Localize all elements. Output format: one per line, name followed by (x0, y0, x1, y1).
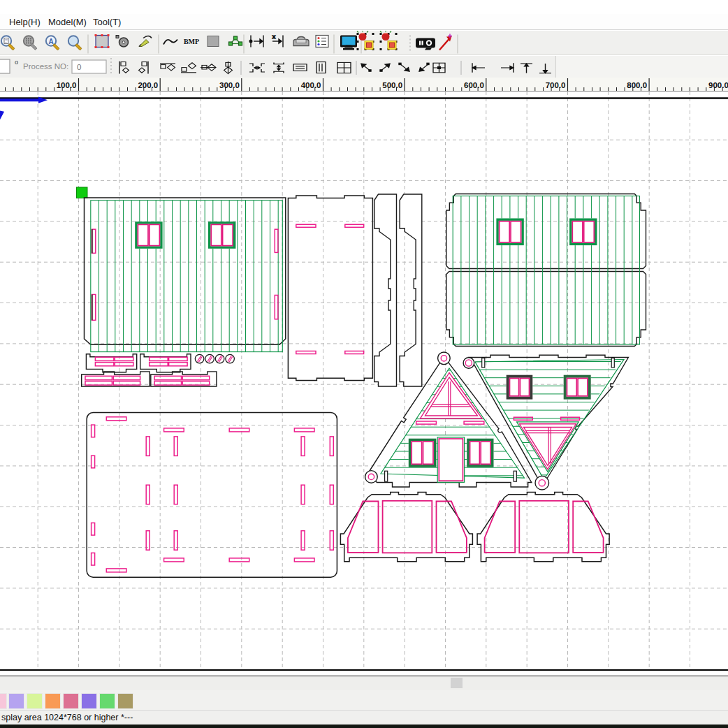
svg-text:o: o (15, 59, 18, 66)
svg-text:BMP: BMP (184, 38, 199, 45)
svg-text:300.0: 300.0 (219, 81, 240, 89)
svg-text:900.0: 900.0 (708, 81, 728, 89)
svg-text:700.0: 700.0 (546, 81, 566, 89)
svg-text:200.0: 200.0 (138, 81, 158, 89)
svg-text:600.0: 600.0 (464, 81, 484, 89)
svg-text:400.0: 400.0 (301, 81, 321, 89)
svg-text:800.0: 800.0 (627, 81, 647, 89)
svg-text:Process NO:: Process NO: (23, 62, 68, 71)
svg-text:0: 0 (77, 63, 81, 71)
svg-text:100.0: 100.0 (57, 81, 77, 89)
svg-text:A: A (48, 38, 53, 45)
svg-text:500.0: 500.0 (382, 81, 402, 89)
svg-text:x: x (272, 34, 275, 40)
